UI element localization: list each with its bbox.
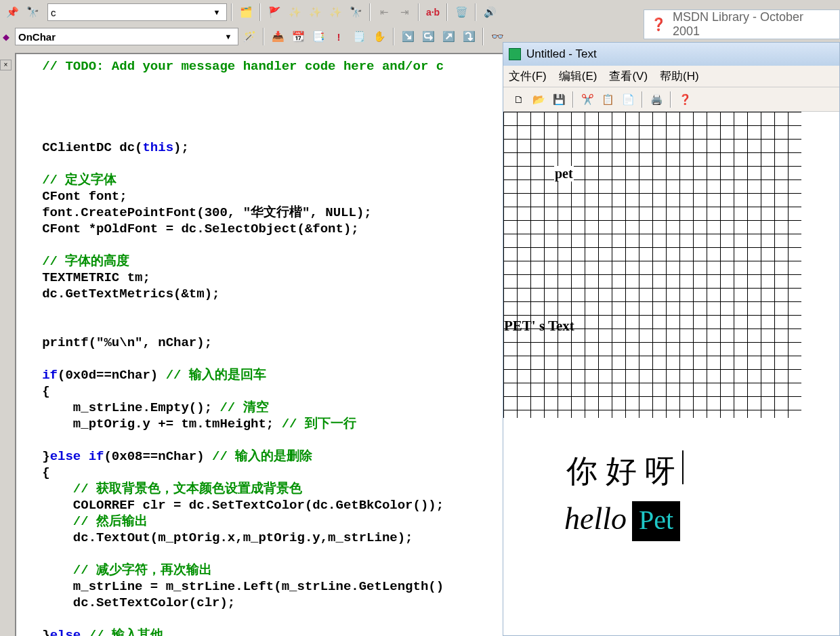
diamond-icon: ◆ (3, 32, 9, 42)
new-file-icon[interactable]: 🗋 (509, 90, 528, 109)
step-over-icon[interactable]: ↪️ (419, 27, 438, 46)
pin-icon[interactable]: 📌 (3, 3, 22, 22)
trash-icon[interactable]: 🗑️ (452, 3, 471, 22)
print-icon[interactable]: 🖨️ (647, 90, 666, 109)
separator (259, 3, 261, 21)
separator (446, 3, 448, 21)
separator (231, 3, 232, 21)
wizard-icon[interactable]: 🪄 (240, 27, 259, 46)
function-combo-value: OnChar (18, 31, 56, 43)
wand2-icon[interactable]: ✨ (306, 3, 324, 22)
code-content[interactable]: // TODO: Add your message handler code h… (19, 58, 503, 636)
copy-icon[interactable]: 📋 (598, 90, 617, 109)
msdn-title-text: MSDN Library - October 2001 (673, 10, 833, 39)
code-editor[interactable]: // TODO: Add your message handler code h… (15, 53, 503, 636)
tool-icon[interactable]: 🗂️ (236, 3, 255, 22)
tool-c-icon[interactable]: 📑 (309, 27, 328, 46)
grid-text-pets-text: PET' s Text (504, 318, 574, 335)
separator (475, 3, 476, 21)
separator (642, 91, 643, 108)
pet-highlight: Pet (632, 501, 680, 541)
chinese-line: 你 好 呀 (566, 450, 675, 492)
run-to-icon[interactable]: ⤵️ (459, 27, 478, 46)
function-combo[interactable]: OnChar ▼ (15, 28, 238, 45)
titlebar[interactable]: Untitled - Text (503, 43, 839, 66)
find-combo[interactable]: c ▼ (47, 3, 227, 21)
flag-icon[interactable]: 🚩 (265, 3, 284, 22)
separator (263, 28, 264, 45)
binoculars-tool-icon[interactable]: 🔭 (23, 3, 42, 22)
help-icon[interactable]: ❓ (675, 90, 694, 109)
menu-help[interactable]: 帮助(H) (660, 68, 699, 84)
client-area[interactable]: pet PET' s Text 你 好 呀 hello Pet (503, 112, 839, 635)
app-icon (509, 48, 521, 60)
ab-icon[interactable]: a·b (423, 3, 442, 22)
menubar: 文件(F) 编辑(E) 查看(V) 帮助(H) (503, 66, 839, 87)
save-file-icon[interactable]: 💾 (549, 90, 568, 109)
cut-icon[interactable]: ✂️ (578, 90, 597, 109)
hello-word: hello (564, 501, 627, 536)
grid-background (503, 112, 801, 418)
chevron-down-icon[interactable]: ▼ (222, 33, 235, 41)
separator (393, 28, 394, 45)
separator (670, 91, 671, 108)
window-title: Untitled - Text (526, 47, 597, 61)
app-toolbar: 🗋 📂 💾 ✂️ 📋 📄 🖨️ ❓ (503, 87, 839, 112)
help-book-icon: ❓ (651, 17, 666, 32)
grid-text-pet: pet (554, 166, 574, 182)
menu-file[interactable]: 文件(F) (509, 68, 547, 84)
indent-icon[interactable]: ⇥ (395, 3, 414, 22)
breakpoint-icon[interactable]: ! (329, 27, 348, 46)
text-app-window: Untitled - Text 文件(F) 编辑(E) 查看(V) 帮助(H) … (503, 42, 840, 636)
paste-icon[interactable]: 📄 (618, 90, 637, 109)
text-caret (682, 450, 684, 484)
separator (572, 91, 574, 108)
outdent-icon[interactable]: ⇤ (375, 3, 394, 22)
wand-icon[interactable]: ✨ (285, 3, 304, 22)
binoculars-icon[interactable]: 🔭 (346, 3, 365, 22)
msdn-window-title: ❓ MSDN Library - October 2001 (644, 9, 840, 39)
tool-d-icon[interactable]: 🗒️ (350, 27, 369, 46)
step-out-icon[interactable]: ↗️ (439, 27, 458, 46)
chevron-down-icon[interactable]: ▼ (210, 8, 224, 16)
separator (369, 3, 371, 21)
separator (482, 28, 484, 45)
menu-view[interactable]: 查看(V) (609, 68, 648, 84)
tool-a-icon[interactable]: 📥 (268, 27, 287, 46)
open-file-icon[interactable]: 📂 (529, 90, 548, 109)
dock-close-stub[interactable]: × (0, 60, 12, 70)
find-combo-value: c (51, 7, 56, 18)
wand3-icon[interactable]: ✨ (326, 3, 345, 22)
sound-icon[interactable]: 🔊 (480, 3, 499, 22)
step-into-icon[interactable]: ↘️ (398, 27, 417, 46)
separator (418, 3, 419, 21)
menu-edit[interactable]: 编辑(E) (559, 68, 597, 84)
hand-icon[interactable]: ✋ (370, 27, 389, 46)
hello-line: hello Pet (564, 501, 680, 541)
tool-b-icon[interactable]: 📆 (289, 27, 308, 46)
